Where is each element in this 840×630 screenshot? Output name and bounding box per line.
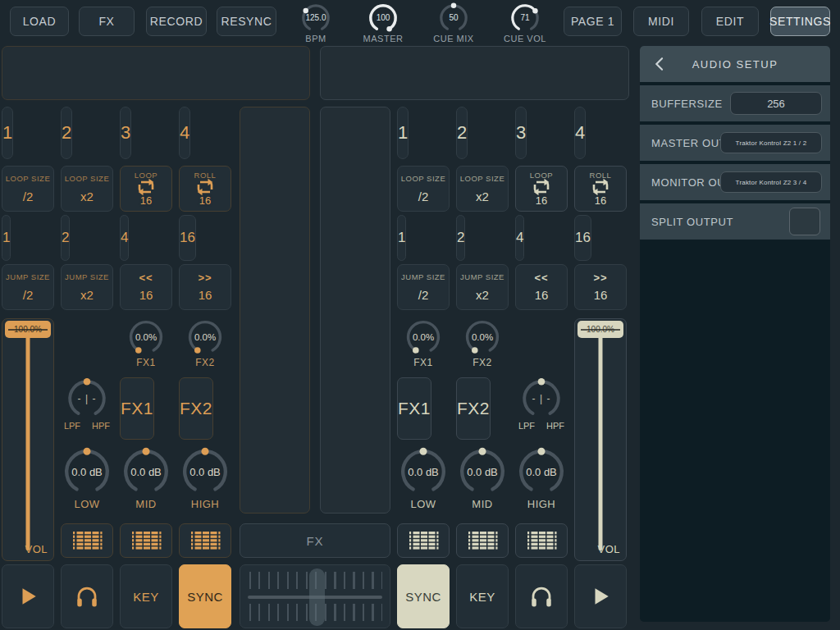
deck-b-fx1-button[interactable]: FX1	[397, 377, 431, 440]
deck-b-sync-button[interactable]: SYNC	[397, 564, 450, 628]
deck-a-jump-2[interactable]: 2	[61, 215, 70, 261]
deck-a-hotcue-1[interactable]: 1	[2, 107, 13, 159]
master-out-value[interactable]: Traktor Kontrol Z2 1 / 2	[720, 132, 822, 153]
deck-b-hotcue-1[interactable]: 1	[397, 107, 409, 159]
fx-panel-button[interactable]: FX	[240, 523, 390, 558]
deck-a-volume-handle[interactable]: 100.0%	[5, 321, 51, 338]
cue-mix-knob[interactable]: 50 CUE MIX	[425, 2, 482, 42]
deck-a-fx1-knob[interactable]: 0.0% FX1	[120, 318, 172, 372]
deck-b-jump-back-button[interactable]: << 16	[515, 264, 568, 310]
deck-a-eq-high-knob[interactable]: 0.0 dB HIGH	[179, 446, 231, 522]
deck-b-fx2-knob[interactable]: 0.0% FX2	[456, 318, 509, 372]
deck-b-jump-size-halve-button[interactable]: JUMP SIZE /2	[397, 264, 450, 310]
deck-b-loop-button[interactable]: LOOP 16	[515, 166, 568, 212]
deck-b-volume-fader[interactable]: 100.0% VOL	[574, 318, 627, 561]
split-output-label: SPLIT OUTPUT	[651, 216, 733, 228]
monitor-out-value[interactable]: Traktor Kontrol Z2 3 / 4	[720, 171, 822, 193]
deck-a-eq-low-knob[interactable]: 0.0 dB LOW	[61, 446, 113, 522]
deck-b-play-button[interactable]	[574, 564, 627, 628]
split-output-checkbox[interactable]	[789, 208, 820, 235]
deck-a-jump-forward-button[interactable]: >> 16	[179, 264, 231, 310]
deck-b-jump-1[interactable]: 1	[397, 215, 406, 261]
deck-b-volume-label: VOL	[597, 543, 620, 555]
deck-a-loop-size-halve-button[interactable]: LOOP SIZE /2	[2, 166, 54, 212]
deck-b: 1 2 3 4 LOOP SIZE /2 LOOP SIZE x2 LOOP 1…	[397, 107, 627, 630]
deck-a-hotcue-4[interactable]: 4	[179, 107, 190, 159]
deck-b-loop-size-halve-button[interactable]: LOOP SIZE /2	[397, 166, 450, 212]
deck-b-fx2-button[interactable]: FX2	[456, 377, 491, 440]
deck-b-eq-high-knob[interactable]: 0.0 dB HIGH	[515, 446, 568, 522]
deck-a-hotcue-2[interactable]: 2	[61, 107, 72, 159]
deck-b-jump-size-double-button[interactable]: JUMP SIZE x2	[456, 264, 509, 310]
buffersize-value[interactable]: 256	[730, 92, 822, 115]
deck-a-eq-mid-knob[interactable]: 0.0 dB MID	[120, 446, 172, 522]
deck-a-jump-16[interactable]: 16	[179, 215, 196, 261]
edit-button[interactable]: EDIT	[701, 7, 759, 36]
record-button[interactable]: RECORD	[146, 7, 207, 36]
deck-a-loop-button[interactable]: LOOP 16	[120, 166, 172, 212]
fx-button[interactable]: FX	[79, 7, 135, 36]
deck-b-jump-16[interactable]: 16	[574, 215, 591, 261]
deck-b-eq-high-kill-button[interactable]	[515, 523, 568, 558]
deck-a-jump-back-button[interactable]: << 16	[120, 264, 172, 310]
deck-b-hotcue-2[interactable]: 2	[456, 107, 468, 159]
load-button[interactable]: LOAD	[10, 7, 69, 36]
deck-b-eq-mid-kill-button[interactable]	[456, 523, 509, 558]
deck-a-filter-knob[interactable]: - | - LPF HPF	[61, 377, 113, 440]
app-root: LOAD FX RECORD RESYNC 125.0 BPM 100 MAST…	[0, 0, 840, 630]
deck-a-eq-mid-kill-button[interactable]	[120, 523, 172, 558]
deck-b-hotcue-3[interactable]: 3	[515, 107, 527, 159]
deck-b-jump-forward-button[interactable]: >> 16	[574, 264, 627, 310]
deck-b-hotcue-4[interactable]: 4	[574, 107, 586, 159]
deck-b-key-button[interactable]: KEY	[456, 564, 509, 628]
hpf-label: HPF	[92, 421, 110, 431]
deck-a-volume-track	[26, 329, 30, 550]
deck-b-jump-2[interactable]: 2	[456, 215, 465, 261]
deck-b-volume-handle[interactable]: 100.0%	[578, 321, 623, 338]
bpm-knob[interactable]: 125.0 BPM	[287, 2, 345, 42]
deck-a-jump-1[interactable]: 1	[2, 215, 11, 261]
deck-b-filter-knob[interactable]: - | - LPF HPF	[515, 377, 568, 440]
midi-button[interactable]: MIDI	[633, 7, 689, 36]
meter-icon	[525, 530, 558, 551]
deck-a-fx2-button[interactable]: FX2	[179, 377, 213, 440]
cue-mix-knob-indicator	[451, 3, 456, 8]
deck-a-fx2-knob[interactable]: 0.0% FX2	[179, 318, 231, 372]
deck-b-headphones-button[interactable]	[515, 564, 568, 628]
deck-b-eq-low-kill-button[interactable]	[397, 523, 450, 558]
deck-b-eq-low-knob[interactable]: 0.0 dB LOW	[397, 446, 450, 522]
deck-a-jump-size-double-button[interactable]: JUMP SIZE x2	[61, 264, 113, 310]
cue-vol-knob[interactable]: 71 CUE VOL	[496, 2, 554, 42]
deck-a-play-button[interactable]	[2, 564, 54, 628]
crossfader-handle[interactable]	[309, 568, 325, 626]
deck-a-jump-size-halve-button[interactable]: JUMP SIZE /2	[2, 264, 54, 310]
deck-a-jump-4[interactable]: 4	[120, 215, 129, 261]
deck-a-sync-button[interactable]: SYNC	[179, 564, 231, 628]
deck-a-volume-fader[interactable]: 100.0% VOL	[2, 318, 54, 561]
back-chevron-icon[interactable]	[651, 57, 666, 71]
resync-button[interactable]: RESYNC	[217, 7, 276, 36]
deck-b-eq-mid-knob[interactable]: 0.0 dB MID	[456, 446, 509, 522]
master-knob[interactable]: 100 MASTER	[354, 2, 412, 42]
crossfader[interactable]	[240, 564, 390, 628]
deck-a-loop-size-double-button[interactable]: LOOP SIZE x2	[61, 166, 113, 212]
meter-icon	[189, 530, 221, 551]
deck-b-jump-4[interactable]: 4	[515, 215, 524, 261]
settings-button[interactable]: SETTINGS	[770, 7, 830, 36]
meter-icon	[466, 530, 499, 551]
deck-a-roll-button[interactable]: ROLL 16	[179, 166, 231, 212]
deck-b-loop-size-double-button[interactable]: LOOP SIZE x2	[456, 166, 509, 212]
deck-b-roll-button[interactable]: ROLL 16	[574, 166, 627, 212]
deck-a-key-button[interactable]: KEY	[120, 564, 172, 628]
deck-a-hotcue-3[interactable]: 3	[120, 107, 131, 159]
master-knob-indicator	[386, 26, 391, 31]
page-1-button[interactable]: PAGE 1	[564, 7, 622, 36]
deck-a-eq-high-kill-button[interactable]	[179, 523, 231, 558]
bpm-value: 125.0	[287, 13, 345, 22]
deck-a-headphones-button[interactable]	[61, 564, 113, 628]
deck-a-fx1-button[interactable]: FX1	[120, 377, 154, 440]
deck-a-eq-low-kill-button[interactable]	[61, 523, 113, 558]
deck-a-volume-label: VOL	[25, 543, 48, 555]
meter-icon	[407, 530, 440, 551]
deck-b-fx1-knob[interactable]: 0.0% FX1	[397, 318, 450, 372]
